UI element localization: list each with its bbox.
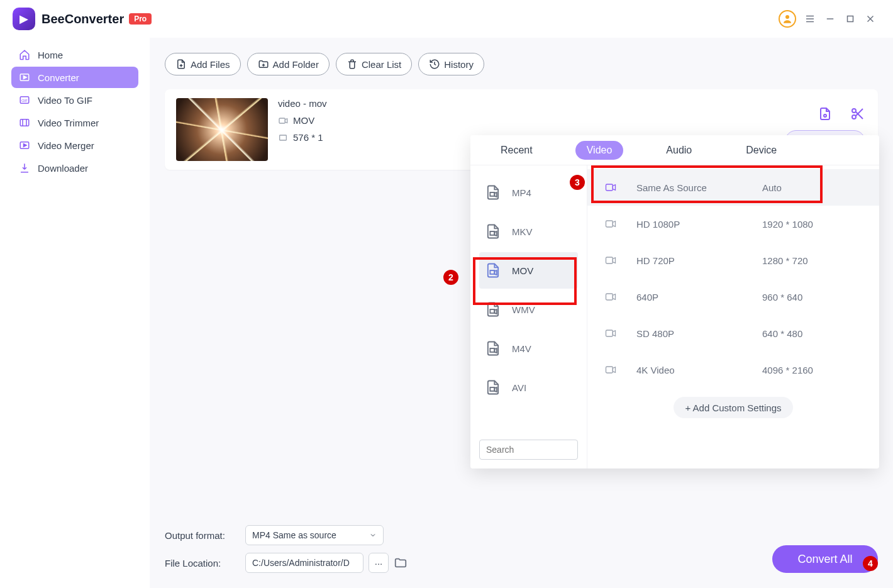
annotation-badge-3: 3 bbox=[570, 175, 585, 190]
format-item-avi[interactable]: AVI bbox=[479, 369, 578, 406]
scissors-icon[interactable] bbox=[850, 106, 865, 121]
output-format-label: Output format: bbox=[165, 530, 235, 541]
resolution-item[interactable]: HD 1080P1920 * 1080 bbox=[587, 206, 879, 242]
settings-file-icon[interactable] bbox=[818, 106, 833, 121]
close-icon[interactable] bbox=[860, 9, 880, 29]
tab-recent[interactable]: Recent bbox=[489, 141, 544, 160]
tab-device[interactable]: Device bbox=[735, 141, 788, 160]
file-video-icon bbox=[484, 301, 502, 318]
menu-icon[interactable] bbox=[800, 9, 820, 29]
file-video-icon bbox=[484, 223, 502, 240]
title-bar: ▶ BeeConverter Pro bbox=[0, 0, 893, 38]
trimmer-icon bbox=[19, 117, 30, 128]
video-icon bbox=[604, 218, 618, 230]
format-item-mov[interactable]: MOV bbox=[479, 252, 578, 289]
toolbar: Add Files Add Folder Clear List History bbox=[165, 53, 878, 75]
sidebar-item-label: Video To GIF bbox=[38, 95, 92, 106]
dimensions-icon bbox=[278, 133, 288, 143]
folder-open-icon[interactable] bbox=[394, 556, 408, 570]
annotation-badge-4: 4 bbox=[863, 556, 878, 571]
video-icon bbox=[604, 254, 618, 267]
add-folder-button[interactable]: Add Folder bbox=[247, 53, 330, 75]
file-location-input[interactable]: C:/Users/Administrator/D bbox=[245, 553, 363, 573]
resolution-item[interactable]: SD 480P640 * 480 bbox=[587, 315, 879, 352]
svg-rect-5 bbox=[848, 16, 853, 22]
clear-list-button[interactable]: Clear List bbox=[336, 53, 412, 75]
svg-rect-35 bbox=[490, 309, 494, 313]
file-format: MOV bbox=[293, 115, 314, 126]
svg-marker-52 bbox=[613, 367, 615, 372]
resolution-item[interactable]: Same As SourceAuto bbox=[587, 169, 879, 206]
video-icon bbox=[278, 116, 288, 126]
svg-marker-40 bbox=[494, 387, 497, 392]
chevron-down-icon bbox=[369, 531, 377, 539]
file-video-icon bbox=[484, 379, 502, 396]
resolution-item[interactable]: HD 720P1280 * 720 bbox=[587, 242, 879, 279]
file-title: video - mov bbox=[278, 98, 327, 109]
history-icon bbox=[429, 58, 440, 70]
add-files-button[interactable]: Add Files bbox=[165, 53, 241, 75]
svg-marker-42 bbox=[613, 185, 615, 190]
svg-rect-41 bbox=[606, 184, 613, 191]
svg-point-24 bbox=[824, 114, 826, 117]
history-button[interactable]: History bbox=[418, 53, 484, 75]
svg-rect-47 bbox=[606, 294, 613, 300]
svg-text:GIF: GIF bbox=[21, 99, 28, 103]
sidebar-item-label: Downloader bbox=[38, 163, 88, 174]
format-search-input[interactable] bbox=[479, 440, 578, 460]
svg-rect-39 bbox=[490, 387, 494, 391]
sidebar-item-home[interactable]: Home bbox=[11, 44, 138, 65]
sidebar-item-merger[interactable]: Video Merger bbox=[11, 135, 138, 156]
resolution-item[interactable]: 640P960 * 640 bbox=[587, 279, 879, 315]
video-icon bbox=[604, 327, 618, 340]
file-dimensions: 576 * 1 bbox=[293, 132, 323, 143]
sidebar: Home Converter GIF Video To GIF Video Tr… bbox=[0, 38, 150, 588]
svg-marker-22 bbox=[285, 118, 287, 123]
home-icon bbox=[19, 49, 30, 60]
format-item-wmv[interactable]: WMV bbox=[479, 291, 578, 328]
svg-rect-21 bbox=[279, 118, 285, 123]
svg-rect-49 bbox=[606, 330, 613, 336]
file-video-icon bbox=[484, 184, 502, 201]
output-format-select[interactable]: MP4 Same as source bbox=[245, 525, 384, 545]
video-icon bbox=[604, 181, 618, 194]
resolution-item[interactable]: 4K Video4096 * 2160 bbox=[587, 352, 879, 388]
sidebar-item-label: Video Merger bbox=[38, 140, 94, 151]
svg-marker-16 bbox=[24, 144, 27, 147]
convert-all-button[interactable]: Convert All bbox=[772, 545, 878, 573]
sidebar-item-label: Home bbox=[38, 50, 63, 60]
video-thumbnail[interactable] bbox=[176, 98, 268, 161]
svg-rect-45 bbox=[606, 257, 613, 263]
user-icon[interactable] bbox=[779, 10, 796, 28]
svg-point-0 bbox=[785, 15, 789, 19]
svg-rect-31 bbox=[490, 231, 494, 235]
tab-audio[interactable]: Audio bbox=[655, 141, 703, 160]
format-popup: Recent Video Audio Device MP4MKVMOVWMVM4… bbox=[470, 135, 879, 469]
add-custom-settings-button[interactable]: + Add Custom Settings bbox=[674, 397, 792, 418]
pro-badge: Pro bbox=[129, 13, 152, 25]
app-name: BeeConverter bbox=[42, 12, 124, 26]
maximize-icon[interactable] bbox=[840, 9, 860, 29]
format-item-mkv[interactable]: MKV bbox=[479, 213, 578, 250]
gif-icon: GIF bbox=[19, 94, 30, 106]
merger-icon bbox=[19, 140, 30, 151]
sidebar-item-gif[interactable]: GIF Video To GIF bbox=[11, 89, 138, 111]
svg-rect-33 bbox=[490, 270, 494, 274]
sidebar-item-trimmer[interactable]: Video Trimmer bbox=[11, 112, 138, 133]
sidebar-item-converter[interactable]: Converter bbox=[11, 67, 138, 88]
format-item-m4v[interactable]: M4V bbox=[479, 330, 578, 367]
format-item-mp4[interactable]: MP4 bbox=[479, 174, 578, 211]
file-video-icon bbox=[484, 340, 502, 357]
svg-rect-37 bbox=[490, 348, 494, 352]
minimize-icon[interactable] bbox=[820, 9, 840, 29]
sidebar-item-downloader[interactable]: Downloader bbox=[11, 157, 138, 179]
svg-marker-46 bbox=[613, 258, 615, 263]
file-video-icon bbox=[484, 262, 502, 279]
app-logo: ▶ bbox=[13, 8, 35, 30]
svg-marker-38 bbox=[494, 348, 497, 353]
svg-marker-9 bbox=[24, 76, 27, 79]
video-icon bbox=[604, 291, 618, 303]
video-icon bbox=[604, 363, 618, 376]
tab-video[interactable]: Video bbox=[575, 141, 624, 160]
more-button[interactable]: ··· bbox=[369, 553, 389, 573]
